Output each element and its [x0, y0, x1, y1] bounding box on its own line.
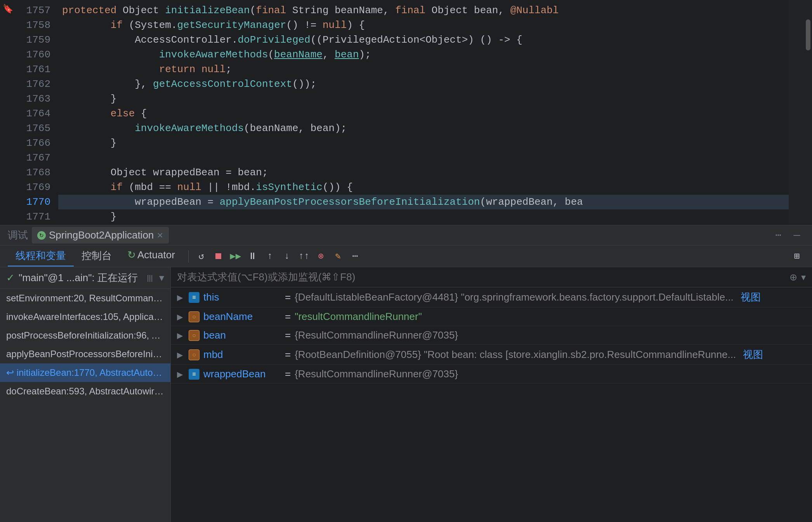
expression-dropdown-icon[interactable]: ▾: [801, 272, 806, 283]
debug-tab-close[interactable]: ✕: [157, 231, 163, 240]
edit-btn[interactable]: ✎: [331, 249, 345, 264]
var-link-this[interactable]: 视图: [741, 290, 761, 304]
line-num-1761: 1761: [16, 62, 50, 77]
var-icon-bean: ○: [189, 330, 200, 341]
var-name-this: this: [203, 291, 281, 303]
code-editor: 🔖 1757 1758 1759 1760 1761 1762 1763 176…: [0, 0, 812, 225]
var-row-this[interactable]: ▶ ≡ this = {DefaultListableBeanFactory@4…: [171, 287, 812, 308]
line-num-1759: 1759: [16, 33, 50, 47]
var-eq-this: =: [285, 291, 291, 303]
var-name-mbd: mbd: [203, 349, 281, 361]
step-over-btn[interactable]: ↑: [262, 249, 277, 264]
line-num-1762: 1762: [16, 77, 50, 92]
debug-tab-label: SpringBoot2Application: [49, 229, 154, 241]
toolbar-divider-1: [188, 250, 189, 263]
var-eq-beanname: =: [285, 311, 291, 323]
code-content[interactable]: protected Object initializeBean(final St…: [58, 0, 789, 225]
bookmark-icon: 🔖: [3, 4, 13, 14]
var-row-mbd[interactable]: ▶ ○ mbd = {RootBeanDefinition@7055} "Roo…: [171, 345, 812, 365]
code-line-1757: protected Object initializeBean(final St…: [58, 3, 789, 18]
var-eq-wrappedbean: =: [285, 368, 291, 380]
expand-panel-btn[interactable]: ⊞: [789, 249, 804, 264]
thread-label: "main"@1 ...ain": 正在运行: [19, 271, 141, 285]
line-num-1769: 1769: [16, 180, 50, 195]
code-minimap[interactable]: [789, 0, 812, 225]
thread-panel: ✓ "main"@1 ...ain": 正在运行 ⫼ ▾ setEnvironm…: [0, 267, 171, 522]
scroll-thumb[interactable]: [806, 19, 810, 50]
line-num-1768: 1768: [16, 165, 50, 180]
debug-content: ✓ "main"@1 ...ain": 正在运行 ⫼ ▾ setEnvironm…: [0, 267, 812, 522]
stack-frame-1[interactable]: invokeAwareInterfaces:105, Applicati...: [0, 308, 170, 326]
var-icon-beanname: ○: [189, 311, 200, 322]
expression-input[interactable]: [177, 271, 786, 283]
code-line-1762: }, getAccessControlContext());: [58, 77, 789, 92]
var-name-wrappedbean: wrappedBean: [203, 368, 281, 380]
step-out-btn[interactable]: ↑↑: [297, 249, 311, 264]
more-btn[interactable]: ⋯: [348, 249, 363, 264]
var-expand-mbd[interactable]: ▶: [177, 350, 185, 360]
stop-btn[interactable]: ⏹: [211, 249, 226, 264]
line-num-1766: 1766: [16, 136, 50, 150]
var-name-beanname: beanName: [203, 311, 281, 323]
variables-panel: ⊕ ▾ ▶ ≡ this = {DefaultListableBeanFacto…: [171, 267, 812, 522]
line-num-1771: 1771: [16, 209, 50, 224]
code-line-1761: return null;: [58, 62, 789, 77]
var-icon-mbd: ○: [189, 349, 200, 360]
dropdown-arrow[interactable]: ▾: [159, 272, 164, 284]
var-expand-wrappedbean[interactable]: ▶: [177, 370, 185, 379]
mute-btn[interactable]: ⊗: [314, 249, 328, 264]
var-icon-wrappedbean: ≡: [189, 369, 200, 380]
thread-check-icon: ✓: [6, 272, 15, 284]
code-line-1769: if (mbd == null || !mbd.isSynthetic()) {: [58, 180, 789, 195]
code-line-1768: Object wrappedBean = bean;: [58, 165, 789, 180]
code-line-1760: invokeAwareMethods(beanName, bean);: [58, 47, 789, 62]
code-line-1770: wrappedBean = applyBeanPostProcessorsBef…: [58, 195, 789, 209]
pause-btn[interactable]: ⏸: [245, 249, 260, 264]
code-line-1771: }: [58, 209, 789, 224]
code-line-1759: AccessController.doPrivileged((Privilege…: [58, 33, 789, 47]
var-expand-bean[interactable]: ▶: [177, 331, 185, 340]
var-value-beanname: "resultCommandlineRunner": [295, 311, 422, 323]
stack-frame-3[interactable]: applyBeanPostProcessorsBeforeInitia...: [0, 345, 170, 363]
var-eq-mbd: =: [285, 349, 291, 361]
stack-frame-4[interactable]: ↩ initializeBean:1770, AbstractAutowire.…: [0, 363, 170, 382]
debug-options-btn[interactable]: ⋯: [771, 228, 786, 243]
resume-btn[interactable]: ▶▶: [228, 249, 243, 264]
tab-console[interactable]: 控制台: [74, 246, 120, 266]
line-numbers: 1757 1758 1759 1760 1761 1762 1763 1764 …: [16, 0, 58, 225]
var-link-mbd[interactable]: 视图: [743, 348, 763, 361]
expression-header: ⊕ ▾: [171, 267, 812, 287]
stack-frame-5[interactable]: doCreateBean:593, AbstractAutowire...: [0, 382, 170, 401]
code-line-1766: }: [58, 136, 789, 150]
debug-tab-springboot[interactable]: ↻ SpringBoot2Application ✕: [32, 227, 169, 244]
line-num-1770: 1770: [16, 195, 50, 209]
stack-frame-0[interactable]: setEnvironment:20, ResultCommandli...: [0, 289, 170, 308]
expression-add-icon[interactable]: ⊕: [789, 272, 797, 283]
line-num-1758: 1758: [16, 18, 50, 33]
debug-minimize-btn[interactable]: —: [789, 228, 804, 243]
debug-tab-icon: ↻: [37, 231, 46, 240]
filter-icon[interactable]: ⫼: [145, 272, 155, 284]
rerun-btn[interactable]: ↺: [194, 249, 209, 264]
line-num-1767: 1767: [16, 150, 50, 165]
line-num-1772: 1772: [16, 224, 50, 225]
var-row-beanname[interactable]: ▶ ○ beanName = "resultCommandlineRunner": [171, 308, 812, 326]
var-value-bean: {ResultCommandlineRunner@7035}: [295, 329, 458, 341]
line-num-1760: 1760: [16, 47, 50, 62]
var-expand-this[interactable]: ▶: [177, 293, 185, 302]
thread-header: ✓ "main"@1 ...ain": 正在运行 ⫼ ▾: [0, 267, 170, 289]
code-line-1763: }: [58, 92, 789, 106]
line-num-1764: 1764: [16, 106, 50, 121]
var-name-bean: bean: [203, 329, 281, 341]
var-expand-beanname[interactable]: ▶: [177, 312, 185, 321]
line-num-1763: 1763: [16, 92, 50, 106]
var-row-wrappedbean[interactable]: ▶ ≡ wrappedBean = {ResultCommandlineRunn…: [171, 365, 812, 384]
line-num-1765: 1765: [16, 121, 50, 136]
tab-threads-variables[interactable]: 线程和变量: [8, 246, 74, 266]
stack-frame-2[interactable]: postProcessBeforeInitialization:96, Ap..…: [0, 326, 170, 345]
tab-actuator[interactable]: ↻Actuator: [120, 246, 183, 266]
step-into-btn[interactable]: ↓: [279, 249, 294, 264]
var-row-bean[interactable]: ▶ ○ bean = {ResultCommandlineRunner@7035…: [171, 326, 812, 345]
var-eq-bean: =: [285, 329, 291, 341]
debug-tabs-bar: 调试 ↻ SpringBoot2Application ✕ ⋯ —: [0, 225, 812, 245]
